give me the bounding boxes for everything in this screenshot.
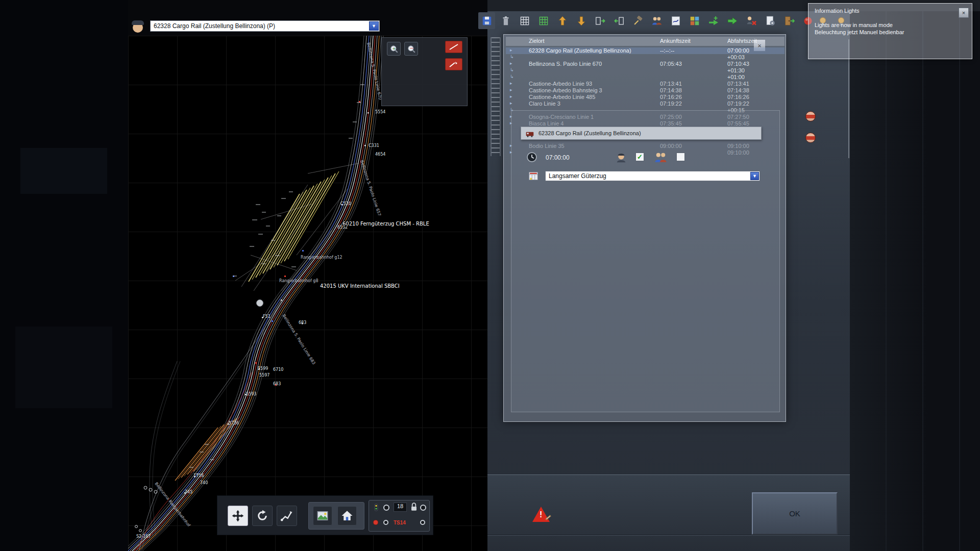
exit-button[interactable] (780, 12, 797, 29)
driver-marker-icon[interactable] (805, 133, 816, 143)
consist-blocks-button[interactable] (686, 12, 703, 29)
lock-icon[interactable] (410, 502, 418, 512)
chevron-down-icon[interactable]: ▼ (369, 21, 379, 31)
table-row[interactable]: ▸ Bellinzona S. Paolo Linie 670 07:05:43… (506, 61, 785, 67)
row-type-icon: ▸ (510, 80, 512, 87)
document-settings-button[interactable] (762, 12, 778, 29)
table-row[interactable]: ▸ Castione-Arbedo Linie 93 07:13:41 07:1… (506, 81, 785, 87)
toggle-circle[interactable] (420, 520, 425, 525)
assign-right-button[interactable] (592, 12, 608, 29)
timetable-dialog: × Zielort Ankunftszeit Abfahrtszeit ▸ 62… (503, 34, 786, 422)
save-button[interactable] (478, 12, 495, 29)
track-ladder (491, 37, 501, 156)
chevron-down-icon[interactable]: ▼ (750, 172, 759, 180)
zoom-out-button[interactable]: − (404, 42, 418, 56)
table-row[interactable]: ▸ Castione-Arbedo Linie 485 07:16:26 07:… (506, 94, 785, 101)
row-departure: +01:30 (727, 67, 745, 74)
route-draw-tool-button[interactable] (445, 58, 462, 70)
signal-label: S2-167 (136, 534, 151, 539)
divider (487, 535, 850, 536)
table-row[interactable]: ↳ +00:03 (506, 54, 785, 61)
toggle-circle[interactable] (383, 520, 388, 525)
driver-icon (129, 18, 146, 36)
ok-button[interactable]: OK (752, 492, 838, 535)
row-arrival: 07:16:26 (660, 94, 682, 101)
col-ankunftszeit: Ankunftszeit (660, 38, 691, 44)
tooltip-train-name: 62328 Cargo Rail (Zustellung Bellinzona) (538, 130, 641, 136)
row-departure: 07:00:00 (727, 47, 749, 54)
edit-document-button[interactable] (667, 12, 684, 29)
table-row[interactable]: ↳ +01:00 (506, 74, 785, 81)
row-type-icon: ▸ (510, 47, 512, 54)
pan-tool-button[interactable] (228, 506, 248, 526)
driver-marker-icon[interactable] (805, 111, 816, 121)
signal-label: 6710 (273, 367, 283, 372)
toggle-circle[interactable] (420, 505, 426, 511)
row-destination: Castione-Arbedo Bahnsteig 3 (529, 87, 602, 94)
delete-button[interactable] (497, 12, 514, 29)
signal-label: 4654 (375, 152, 385, 157)
home-view-button[interactable] (337, 506, 357, 525)
screenshot-button[interactable] (313, 506, 332, 525)
selected-train-tooltip[interactable]: 62328 Cargo Rail (Zustellung Bellinzona) (521, 127, 762, 140)
table-row[interactable]: ▸ 62328 Cargo Rail (Zustellung Bellinzon… (506, 47, 785, 54)
zoom-level-field[interactable]: 18 (394, 503, 407, 512)
train-type-icon (528, 170, 539, 182)
departure-time-field[interactable]: 07:00:00 (546, 154, 570, 161)
train-type-dropdown[interactable]: Langsamer Güterzug ▼ (545, 171, 760, 181)
row-type-icon: ▸ (510, 93, 512, 100)
row-destination: Bellinzona S. Paolo Linie 670 (529, 61, 602, 67)
depart-plus-button[interactable] (705, 12, 722, 29)
driver-checkbox[interactable]: ✓ (635, 153, 644, 161)
zoom-in-button[interactable]: + (387, 42, 401, 56)
remove-crew-button[interactable] (743, 12, 760, 29)
signal-label: C520 (340, 202, 351, 206)
grid-small-button[interactable] (516, 12, 533, 29)
train-select-dropdown[interactable]: 62328 Cargo Rail (Zustellung Bellinzona)… (150, 20, 380, 32)
driver-option-icon[interactable] (615, 151, 627, 163)
red-signal-icon[interactable] (372, 519, 379, 526)
pencil-icon (545, 515, 551, 520)
line-label: Rangierbahnhof g12 (301, 255, 342, 260)
driver-cap (132, 20, 144, 25)
depart-button[interactable] (724, 12, 741, 29)
train-label[interactable]: 60210 Ferngüterzug CHSM - RBLE (342, 221, 429, 227)
route-block-tool-button[interactable] (445, 41, 462, 53)
app-window: 5554 C331 4654 C520 6552 F51 683 5599 67… (0, 0, 980, 551)
move-down-button[interactable] (573, 12, 590, 29)
move-up-button[interactable] (554, 12, 571, 29)
route-tool-button[interactable] (277, 506, 297, 526)
train-label[interactable]: 42015 UKV International SBBCI (320, 283, 400, 289)
row-arrival: 07:05:43 (660, 61, 682, 67)
signal-label: 5554 (375, 110, 385, 114)
track-map[interactable]: 5554 C331 4654 C520 6552 F51 683 5599 67… (128, 36, 487, 551)
row-type-icon: ↳ (510, 67, 514, 73)
passengers-option-icon[interactable] (654, 151, 668, 164)
bottom-bar: ! OK (487, 474, 850, 551)
row-departure: 07:14:38 (727, 87, 749, 94)
main-toolbar (478, 12, 816, 29)
grid-large-button[interactable] (535, 12, 552, 29)
crew-button[interactable] (648, 12, 665, 29)
signal-aspect-icon[interactable] (372, 504, 380, 512)
locomotive-icon (525, 129, 534, 138)
table-row[interactable]: ▸ Castione-Arbedo Bahnsteig 3 07:14:38 0… (506, 87, 785, 94)
ts-label: TS14 (394, 520, 406, 525)
signal-label: 5597 (259, 373, 270, 378)
assign-left-button[interactable] (610, 12, 627, 29)
desktop-shape (15, 327, 112, 408)
passengers-checkbox[interactable] (676, 153, 685, 161)
table-row[interactable]: ▸ Claro Linie 3 07:19:22 07:19:22 (506, 101, 785, 107)
rotate-tool-button[interactable] (252, 506, 273, 526)
cab-view-strip (850, 11, 980, 551)
selection-ball[interactable] (257, 300, 263, 307)
row-departure: +00:03 (727, 54, 745, 61)
signal-label: 5736 (229, 421, 239, 425)
toggle-circle[interactable] (383, 505, 389, 511)
close-icon[interactable]: × (959, 8, 969, 18)
svg-text:+: + (392, 46, 396, 51)
signal-settings-group: 18 TS14 (369, 500, 430, 532)
table-row[interactable]: ↳ +01:30 (506, 67, 785, 74)
tools-button[interactable] (629, 12, 646, 29)
warning-icon[interactable]: ! (532, 507, 550, 522)
